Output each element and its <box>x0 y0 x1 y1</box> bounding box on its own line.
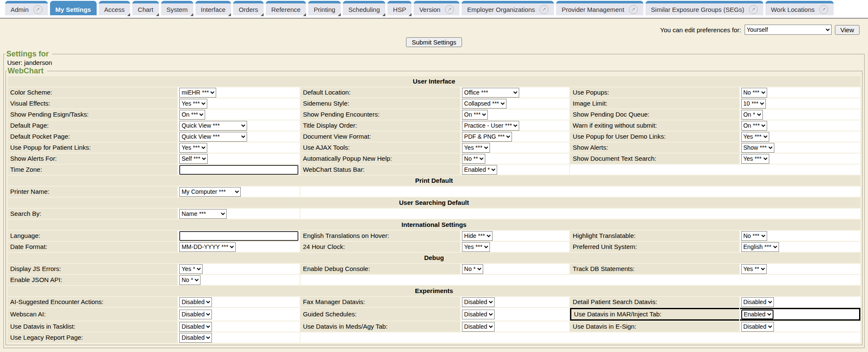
open-new-window-icon[interactable]: ↗ <box>540 5 548 14</box>
fax-manager-datavis-select[interactable]: Disabled <box>462 297 495 307</box>
title-display-order-select[interactable]: Practice - User *** <box>462 121 519 131</box>
tab-my-settings[interactable]: My Settings <box>50 1 97 15</box>
webscan-ai-select[interactable]: Disabled <box>179 310 212 319</box>
title-display-order-cell: Practice - User *** <box>461 120 569 131</box>
time-zone-label: Time Zone: <box>8 165 177 175</box>
display-js-errors-select[interactable]: Yes * <box>179 264 203 274</box>
open-new-window-icon[interactable]: ↗ <box>819 5 828 14</box>
tab-orders[interactable]: Orders <box>233 1 264 15</box>
default-pocket-page-label: Default Pocket Page: <box>8 131 177 142</box>
visual-effects-select[interactable]: Yes *** <box>179 99 207 109</box>
use-popups-select[interactable]: No *** <box>741 88 767 98</box>
tab-provider-management[interactable]: Provider Management↗ <box>556 1 643 15</box>
submit-settings-button[interactable]: Submit Settings <box>406 37 462 47</box>
table-row: Use Datavis in Tasklist:DisabledUse Data… <box>8 321 860 332</box>
display-js-errors-label: Display JS Errors: <box>8 264 177 274</box>
tab-label: Printing <box>314 6 335 13</box>
use-legacy-report-page-select[interactable]: Disabled <box>179 333 212 343</box>
detail-patient-search-datavis-select[interactable]: Disabled <box>741 297 774 307</box>
default-page-select[interactable]: Quick View *** <box>179 121 247 131</box>
tab-printing[interactable]: Printing <box>308 1 341 15</box>
tab-version[interactable]: Version↗ <box>414 1 459 15</box>
use-datavis-in-e-sign-select[interactable]: Disabled <box>741 322 774 332</box>
use-datavis-in-tasklist-select[interactable]: Disabled <box>179 322 212 332</box>
time-zone-input[interactable] <box>179 165 298 175</box>
open-new-window-icon[interactable]: ↗ <box>749 5 758 14</box>
use-datavis-in-mar-inject-tab-select[interactable]: Enabled <box>741 310 773 319</box>
search-by-select[interactable]: Name *** <box>179 209 227 219</box>
webchart-status-bar-select[interactable]: Enabled * <box>462 165 497 175</box>
show-pending-encounters-select[interactable]: On *** <box>462 110 488 120</box>
date-format-select[interactable]: MM-DD-YYYY *** <box>179 242 236 252</box>
24-hour-clock-select[interactable]: Yes *** <box>462 242 490 252</box>
default-pocket-page-select[interactable]: Quick View *** <box>179 132 247 142</box>
show-pending-doc-queue-select[interactable]: On * <box>741 110 763 120</box>
track-db-statements-select[interactable]: Yes ** <box>741 264 767 274</box>
table-row: User Searching Default <box>8 198 860 208</box>
ai-suggested-encounter-actions-select[interactable]: Disabled <box>179 297 212 307</box>
warn-if-exiting-without-submit-select[interactable]: On *** <box>741 121 767 131</box>
preferences-user-select[interactable]: Yourself <box>745 25 832 35</box>
tab-label: Work Locations <box>771 6 815 13</box>
dropdown-corner-icon <box>156 13 159 16</box>
table-row: Default Pocket Page:Quick View ***Docume… <box>8 131 860 142</box>
tab-scheduling[interactable]: Scheduling <box>343 1 385 15</box>
sidemenu-style-select[interactable]: Collapsed *** <box>462 99 506 109</box>
use-popup-for-patient-links-select[interactable]: Yes *** <box>179 143 207 153</box>
enable-debug-console-select[interactable]: No * <box>462 264 483 274</box>
open-new-window-icon[interactable]: ↗ <box>629 5 638 14</box>
use-popup-for-user-demo-links-select[interactable]: Yes *** <box>741 132 769 142</box>
show-alerts-for-select[interactable]: Self *** <box>179 154 208 164</box>
table-row: Experiments <box>8 286 860 296</box>
language-input[interactable] <box>179 231 298 241</box>
enable-debug-console-label: Enable Debug Console: <box>300 264 460 274</box>
use-datavis-in-meds-agy-tab-select[interactable]: Disabled <box>462 322 495 332</box>
automatically-popup-new-help-select[interactable]: No ** <box>462 154 485 164</box>
guided-schedules-label: Guided Schedules: <box>300 308 460 321</box>
enable-json-api-label: Enable JSON API: <box>8 275 177 285</box>
default-location-select[interactable]: Office *** <box>462 88 519 98</box>
preferred-unit-system-cell: English *** <box>740 242 860 252</box>
tab-employer-organizations[interactable]: Employer Organizations↗ <box>462 1 554 15</box>
track-db-statements-cell: Yes ** <box>740 264 860 274</box>
enable-json-api-select[interactable]: No * <box>179 275 200 285</box>
english-translations-on-hover-select[interactable]: Hide *** <box>462 231 492 241</box>
tab-access[interactable]: Access <box>99 1 130 15</box>
document-view-format-select[interactable]: PDF & PNG *** <box>462 132 512 142</box>
tab-admin[interactable]: Admin↗ <box>5 1 48 15</box>
enable-debug-console-cell: No * <box>461 264 569 274</box>
show-document-text-search-select[interactable]: Yes *** <box>741 154 769 164</box>
preferred-unit-system-select[interactable]: English *** <box>741 242 779 252</box>
fax-manager-datavis-label: Fax Manager Datavis: <box>300 297 460 307</box>
tab-interface[interactable]: Interface <box>195 1 231 15</box>
my-settings-page: Admin↗My SettingsAccessChartSystemInterf… <box>0 0 868 352</box>
section-header-international-settings: International Settings <box>8 220 860 230</box>
show-pending-esign-tasks-select[interactable]: On *** <box>179 110 205 120</box>
tab-system[interactable]: System <box>161 1 193 15</box>
highlight-translatable-select[interactable]: No *** <box>741 231 767 241</box>
open-new-window-icon[interactable]: ↗ <box>445 5 454 14</box>
view-button[interactable]: View <box>835 25 860 35</box>
image-limit-select[interactable]: 10 *** <box>741 99 766 109</box>
printer-name-select[interactable]: My Computer *** <box>179 187 241 197</box>
use-ajax-tools-select[interactable]: Yes *** <box>462 143 490 153</box>
settings-for-legend: Settings for <box>6 50 52 59</box>
visual-effects-label: Visual Effects: <box>8 98 177 109</box>
preferences-bar: You can edit preferences for: Yourself V… <box>0 19 868 35</box>
tab-work-locations[interactable]: Work Locations↗ <box>765 1 834 15</box>
tab-similar-exposure-groups-segs[interactable]: Similar Exposure Groups (SEGs)↗ <box>645 1 763 15</box>
open-new-window-icon[interactable]: ↗ <box>33 5 42 14</box>
color-scheme-select[interactable]: miEHR *** <box>179 88 216 98</box>
tab-hsp[interactable]: HSP <box>387 1 412 15</box>
use-datavis-in-tasklist-cell: Disabled <box>178 321 299 332</box>
use-ajax-tools-cell: Yes *** <box>461 142 569 153</box>
table-row: Visual Effects:Yes ***Sidemenu Style:Col… <box>8 98 860 109</box>
settings-table-body: User InterfaceColor Scheme:miEHR ***Defa… <box>8 76 860 343</box>
guided-schedules-select[interactable]: Disabled <box>462 310 495 319</box>
tab-chart[interactable]: Chart <box>132 1 159 15</box>
show-alerts-select[interactable]: Show *** <box>741 143 774 153</box>
table-row: Language:English Translations on Hover:H… <box>8 231 860 241</box>
automatically-popup-new-help-cell: No ** <box>461 154 569 164</box>
color-scheme-cell: miEHR *** <box>178 87 299 98</box>
tab-reference[interactable]: Reference <box>266 1 306 15</box>
